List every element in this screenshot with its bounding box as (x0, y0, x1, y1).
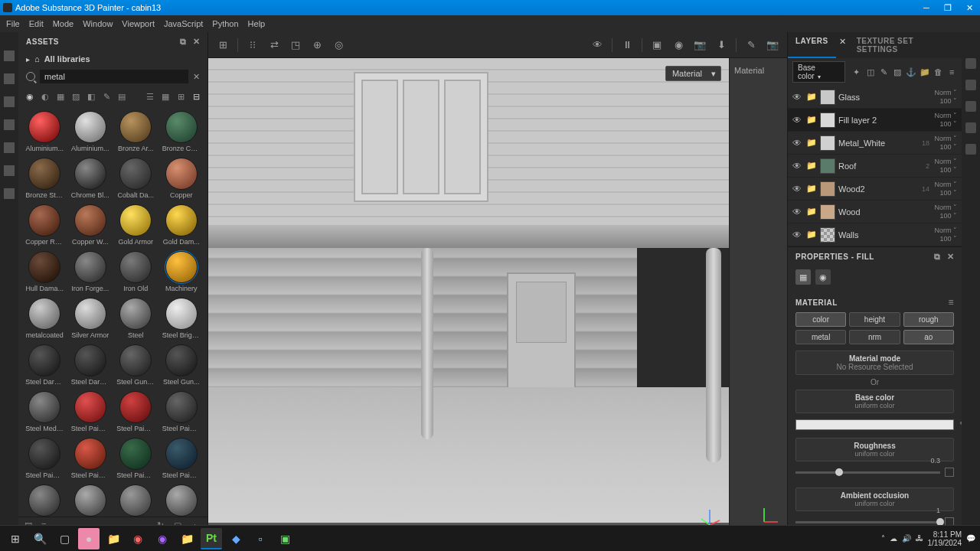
layer-delete-icon[interactable]: 🗑 (933, 66, 944, 78)
viewport-2d[interactable]: Material (729, 58, 787, 534)
asset-item[interactable]: metalcoated (23, 296, 67, 341)
layer-visibility-icon[interactable]: 👁 (792, 92, 803, 103)
channel-ao[interactable]: ao (903, 330, 954, 344)
viewport-3d[interactable]: Material (208, 58, 729, 534)
tool-polyfill-icon[interactable] (4, 119, 15, 130)
pause-icon[interactable]: ⏸ (617, 35, 637, 55)
layer-row[interactable]: 👁 📁 Wood2 14 Norm ˅100 ˅ (788, 178, 962, 201)
hide-icon[interactable]: 👁 (587, 35, 607, 55)
layer-visibility-icon[interactable]: 👁 (792, 207, 803, 217)
menu-mode[interactable]: Mode (53, 19, 74, 28)
layer-visibility-icon[interactable]: 👁 (792, 115, 803, 126)
layer-brush-icon[interactable]: ✎ (878, 66, 889, 78)
task-view-button[interactable]: ▢ (54, 528, 75, 549)
menu-python[interactable]: Python (212, 19, 238, 28)
taskbar-app-5[interactable]: 📁 (176, 528, 198, 549)
filter-texture-icon[interactable]: ▨ (69, 90, 83, 103)
layer-visibility-icon[interactable]: 👁 (792, 184, 803, 194)
base-color-swatch[interactable] (795, 419, 954, 430)
asset-item[interactable]: Aluminium... (23, 109, 67, 154)
rtool-1-icon[interactable] (965, 58, 976, 69)
tool-clone-icon[interactable] (4, 165, 15, 176)
asset-item[interactable]: Steel Gun ... (114, 343, 158, 387)
view-large-icon[interactable]: ⊞ (174, 90, 188, 103)
layer-row[interactable]: 👁 📁 Fill layer 2 Norm ˅100 ˅ (788, 109, 962, 132)
tray-time[interactable]: 8:11 PM (933, 530, 962, 539)
chevron-right-icon[interactable]: ▸ (26, 55, 30, 64)
blend-mode-select[interactable]: Base color (792, 61, 845, 83)
tool-projection-icon[interactable] (4, 96, 15, 107)
layer-mask-icon[interactable]: ◫ (865, 66, 876, 78)
asset-item[interactable]: Steel Brigh... (160, 296, 204, 341)
ao-slider[interactable] (795, 521, 940, 523)
roughness-picker-icon[interactable] (945, 468, 954, 477)
filter-all-icon[interactable]: ◉ (23, 90, 37, 103)
menu-window[interactable]: Window (83, 19, 113, 28)
asset-item[interactable]: Copper W... (69, 203, 113, 247)
settings-icon[interactable]: ◎ (328, 35, 348, 55)
asset-item[interactable]: Machinery (160, 249, 204, 294)
search-input[interactable] (40, 70, 188, 83)
maximize-button[interactable]: ❐ (940, 3, 956, 13)
rtool-4-icon[interactable] (965, 122, 976, 133)
asset-item[interactable]: Steel Gun... (160, 343, 204, 387)
layer-opacity[interactable]: 100 ˅ (939, 97, 957, 105)
layer-blend[interactable]: Norm ˅ (935, 135, 958, 142)
view-grid-icon[interactable]: ⊟ (189, 90, 203, 103)
camera-icon[interactable]: 📷 (690, 35, 710, 55)
channel-color[interactable]: color (795, 312, 846, 327)
layer-opacity[interactable]: 100 ˅ (939, 235, 957, 243)
asset-item[interactable]: Copper (160, 156, 204, 201)
bake-icon[interactable]: ⬇ (711, 35, 731, 55)
viewport-shader-dropdown[interactable]: Material (665, 66, 721, 81)
axis-gizmo-3d[interactable] (698, 504, 721, 527)
asset-item[interactable]: Steel Paint... (23, 483, 67, 517)
tab-texture-set[interactable]: TEXTURE SET SETTINGS (849, 32, 962, 58)
asset-item[interactable]: Steel Paint... (114, 436, 158, 481)
menu-help[interactable]: Help (248, 19, 266, 28)
channel-nrm[interactable]: nrm (849, 330, 900, 344)
asset-item[interactable]: Steel Paint... (160, 390, 204, 434)
symmetry-icon[interactable]: ⁝⁝ (243, 35, 263, 55)
taskbar-app-6[interactable]: ◆ (225, 528, 247, 549)
props-tab-fill[interactable]: ▦ (795, 269, 811, 285)
axis-gizmo-2d[interactable] (760, 504, 782, 527)
filter-smart-icon[interactable]: ▦ (54, 90, 67, 103)
asset-item[interactable]: Iron Old (114, 249, 158, 294)
layer-row[interactable]: 👁 📁 Walls Norm ˅100 ˅ (788, 223, 962, 246)
section-menu-icon[interactable]: ≡ (948, 297, 954, 308)
layer-row[interactable]: 👁 📁 Glass Norm ˅100 ˅ (788, 86, 962, 109)
home-icon[interactable]: ⌂ (34, 54, 40, 64)
filter-alpha-icon[interactable]: ◧ (84, 90, 98, 103)
tab-layers-close-icon[interactable]: ✕ (836, 32, 849, 58)
asset-item[interactable]: Steel Dark ... (23, 343, 67, 387)
material-mode-value[interactable]: No Resource Selected (799, 363, 950, 371)
iray-icon[interactable]: ◉ (668, 35, 688, 55)
grid-icon[interactable]: ⊞ (213, 35, 233, 55)
asset-item[interactable]: Bronze Sta... (23, 156, 67, 201)
layer-opacity[interactable]: 100 ˅ (939, 212, 957, 220)
layer-name[interactable]: Wood2 (838, 184, 932, 194)
panel-popout-icon[interactable]: ⧉ (180, 37, 187, 47)
layer-name[interactable]: Roof (838, 161, 932, 171)
layer-folder-icon[interactable]: 📁 (806, 92, 817, 103)
asset-item[interactable]: Steel Paint... (23, 436, 67, 481)
asset-item[interactable]: Bronze Co... (160, 109, 204, 154)
props-close-icon[interactable]: ✕ (947, 252, 955, 262)
libraries-label[interactable]: All libraries (44, 54, 90, 64)
menu-javascript[interactable]: JavaScript (164, 19, 203, 28)
taskbar-app-1[interactable]: ● (78, 528, 100, 549)
asset-item[interactable]: Steel Scrat... (160, 483, 204, 517)
asset-item[interactable]: Hull Dama... (23, 249, 67, 294)
taskbar-app-8[interactable]: ▣ (274, 528, 296, 549)
layer-name[interactable]: Fill layer 2 (838, 116, 932, 125)
layer-name[interactable]: Walls (838, 230, 932, 240)
filter-material-icon[interactable]: ◐ (38, 90, 52, 103)
layer-name[interactable]: Metal_White (838, 139, 932, 148)
layer-row[interactable]: 👁 📁 Roof 2 Norm ˅100 ˅ (788, 155, 962, 178)
channel-height[interactable]: height (849, 312, 900, 327)
view-small-icon[interactable]: ▦ (158, 90, 172, 103)
menu-file[interactable]: File (6, 19, 20, 28)
layer-folder-icon[interactable]: 📁 (806, 138, 817, 148)
panel-close-icon[interactable]: ✕ (193, 37, 201, 47)
